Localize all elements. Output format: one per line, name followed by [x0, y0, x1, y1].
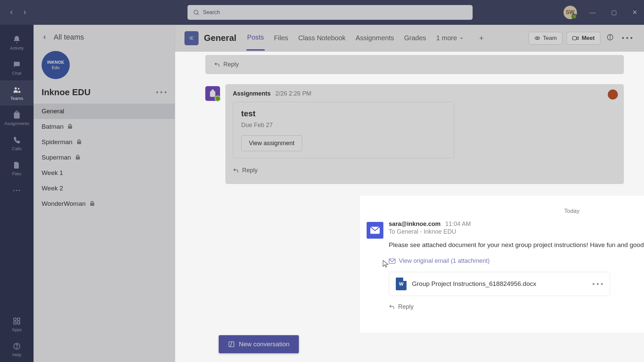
user-avatar[interactable]: SW — [564, 6, 577, 19]
assignment-card[interactable]: test Due Feb 27 View assignment — [233, 102, 454, 158]
app-rail: Activity Chat Teams Assignments Calls Fi… — [0, 25, 34, 362]
email-from: sara@inknoe.com — [389, 221, 441, 228]
svg-point-2 — [15, 87, 17, 89]
lock-icon: 🔒︎ — [89, 200, 95, 207]
reply-button[interactable]: Reply — [389, 299, 644, 314]
apps-icon — [12, 316, 21, 326]
email-avatar-icon — [367, 222, 383, 239]
search-placeholder: Search — [203, 9, 220, 15]
svg-point-3 — [18, 88, 19, 89]
channel-superman[interactable]: Superman🔒︎ — [34, 150, 175, 165]
more-icon: • • • — [12, 186, 21, 195]
close-icon[interactable]: ✕ — [630, 7, 640, 17]
rail-calls[interactable]: Calls — [0, 131, 34, 156]
content-area: IE General Posts Files Class Notebook As… — [175, 25, 644, 362]
reply-button[interactable]: Reply — [233, 163, 616, 178]
email-post: sara@inknoe.com 11:04 AM To General - In… — [367, 221, 644, 314]
email-to: To General - Inknoe EDU — [389, 228, 644, 235]
info-icon[interactable] — [604, 32, 616, 45]
post-time: 2/26 2:26 PM — [275, 90, 311, 97]
svg-point-0 — [194, 10, 198, 14]
message-block: Reply — [205, 55, 624, 74]
tab-class-notebook[interactable]: Class Notebook — [298, 26, 346, 50]
tab-posts[interactable]: Posts — [247, 25, 265, 51]
channel-general[interactable]: General — [34, 104, 175, 119]
reply-button[interactable]: Reply — [207, 57, 622, 72]
tab-grades[interactable]: Grades — [404, 26, 427, 50]
channel-sidebar: All teams INKNOE Edu Inknoe EDU • • • Ge… — [34, 25, 175, 362]
day-separator: Today — [367, 202, 644, 221]
channel-wonderwoman[interactable]: WonderWoman🔒︎ — [34, 196, 175, 212]
svg-rect-7 — [17, 322, 20, 324]
assignment-due: Due Feb 27 — [241, 122, 446, 129]
nav-back-icon[interactable] — [8, 9, 15, 16]
rail-apps[interactable]: Apps — [0, 312, 34, 337]
svg-rect-11 — [573, 37, 577, 40]
svg-rect-6 — [14, 322, 16, 324]
svg-point-10 — [536, 37, 538, 39]
email-time: 11:04 AM — [445, 221, 471, 228]
rail-more[interactable]: • • • — [0, 181, 34, 200]
highlighted-region: Today sara@inknoe.com 11:04 AM To Genera… — [360, 196, 644, 333]
svg-point-15 — [610, 36, 610, 36]
rail-assignments[interactable]: Assignments — [0, 106, 34, 131]
svg-point-9 — [16, 348, 17, 348]
help-icon — [12, 342, 21, 351]
assignment-title: test — [241, 109, 446, 118]
new-conversation-button[interactable]: New conversation — [219, 335, 299, 353]
post-sender: Assignments — [233, 90, 271, 97]
add-tab-icon[interactable]: + — [479, 34, 484, 43]
tab-assignments[interactable]: Assignments — [355, 26, 395, 50]
attachment-card[interactable]: W Group Project Instructions_618824956.d… — [389, 272, 610, 296]
svg-rect-5 — [17, 318, 20, 320]
minimize-icon[interactable]: — — [587, 8, 598, 17]
file-icon — [12, 161, 21, 170]
all-teams-link[interactable]: All teams — [34, 30, 175, 51]
view-original-email-link[interactable]: View original email (1 attachment) — [389, 257, 644, 264]
header-more-icon[interactable]: • • • — [620, 32, 635, 44]
search-input[interactable]: Search — [187, 5, 473, 20]
rail-teams[interactable]: Teams — [0, 80, 34, 106]
lock-icon: 🔒︎ — [74, 154, 81, 161]
lock-icon: 🔒︎ — [76, 138, 82, 146]
svg-rect-17 — [389, 259, 395, 263]
attachment-more-icon[interactable]: • • • — [592, 280, 603, 288]
rail-chat[interactable]: Chat — [0, 55, 34, 80]
nav-forward-icon[interactable] — [21, 9, 28, 16]
rail-help[interactable]: Help — [0, 337, 34, 362]
word-doc-icon: W — [396, 278, 407, 290]
team-avatar[interactable]: INKNOE Edu — [42, 51, 70, 79]
content-header: IE General Posts Files Class Notebook As… — [175, 25, 644, 52]
assignment-post: Assignments 2/26 2:26 PM test Due Feb 27… — [205, 84, 624, 184]
channel-week2[interactable]: Week 2 — [34, 181, 175, 196]
title-bar: Search SW — ▢ ✕ — [0, 0, 644, 25]
channel-avatar: IE — [184, 31, 199, 45]
team-name: Inknoe EDU — [42, 87, 91, 98]
team-button[interactable]: Team — [529, 32, 563, 45]
backpack-icon — [12, 110, 21, 120]
assignments-bot-avatar — [205, 86, 220, 101]
rail-files[interactable]: Files — [0, 156, 34, 181]
svg-rect-4 — [14, 318, 16, 320]
lock-icon: 🔒︎ — [67, 123, 73, 130]
channel-week1[interactable]: Week 1 — [34, 165, 175, 181]
channel-spiderman[interactable]: Spiderman🔒︎ — [34, 134, 175, 150]
chat-icon — [12, 60, 21, 69]
attachment-name: Group Project Instructions_618824956.doc… — [412, 280, 587, 288]
team-more-icon[interactable]: • • • — [156, 88, 167, 96]
svg-line-1 — [198, 14, 199, 15]
meet-button[interactable]: Meet — [567, 32, 600, 45]
channel-title: General — [204, 33, 236, 43]
svg-marker-12 — [577, 37, 578, 39]
view-assignment-button[interactable]: View assignment — [241, 135, 302, 151]
tab-more[interactable]: 1 more — [435, 26, 464, 50]
app-badge-icon — [608, 89, 618, 100]
phone-icon — [12, 135, 21, 145]
teams-icon — [12, 85, 21, 95]
maximize-icon[interactable]: ▢ — [608, 7, 620, 17]
channel-batman[interactable]: Batman🔒︎ — [34, 119, 175, 134]
rail-activity[interactable]: Activity — [0, 30, 34, 55]
tab-files[interactable]: Files — [273, 26, 289, 50]
email-body-text: Please see attached document for your ne… — [389, 241, 644, 249]
bell-icon — [12, 35, 21, 44]
